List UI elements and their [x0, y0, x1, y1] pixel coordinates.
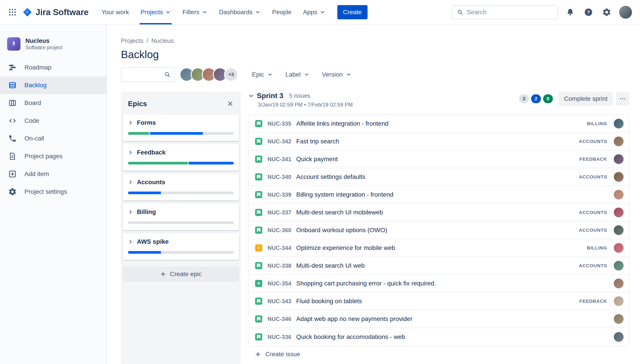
issue-summary: Adapt web app no new payments provider: [296, 316, 614, 322]
nav-projects[interactable]: Projects: [135, 0, 177, 24]
app-switcher-icon[interactable]: [5, 5, 20, 19]
issue-type-icon: !+: [255, 333, 262, 340]
global-search[interactable]: [452, 5, 558, 19]
project-settings-gear-icon: [8, 187, 17, 197]
breadcrumb-projects[interactable]: Projects: [121, 37, 143, 44]
issue-row[interactable]: !+ NUC-335 Affelite links integration - …: [249, 115, 629, 133]
epic-card[interactable]: Forms: [123, 114, 239, 141]
sidebar-item-code[interactable]: Code: [0, 112, 106, 130]
issue-summary: Shopping cart purchasing error - quick f…: [296, 280, 614, 287]
issue-row[interactable]: !+ NUC-339 Billing system integration - …: [249, 186, 629, 204]
create-issue-button[interactable]: Create issue: [248, 346, 629, 362]
issue-row[interactable]: !+ NUC-354 Shopping cart purchasing erro…: [249, 275, 629, 292]
issue-key: NUC-344: [268, 245, 291, 251]
sidebar-item-oncall[interactable]: On-call: [0, 130, 106, 148]
issue-row[interactable]: !+ NUC-338 Multi-dest search UI web ACCO…: [249, 257, 629, 275]
epics-panel-title: Epics: [128, 100, 147, 108]
issue-row[interactable]: !+ NUC-346 Adapt web app no new payments…: [249, 310, 629, 328]
sidebar-item-roadmap[interactable]: Roadmap: [0, 58, 106, 76]
epic-name: Feedback: [137, 149, 165, 156]
nav-apps[interactable]: Apps: [297, 0, 331, 24]
search-input[interactable]: [467, 9, 553, 16]
user-avatar[interactable]: [619, 6, 632, 19]
issue-row[interactable]: !+ NUC-344 Optimize experience for mobil…: [249, 239, 629, 257]
epic-card[interactable]: Feedback: [123, 144, 239, 171]
issue-row[interactable]: !+ NUC-360 Onboard workout options (OWO)…: [249, 222, 629, 239]
issue-type-icon: !+: [255, 226, 262, 234]
sprint-expander[interactable]: Sprint 3 5 issues: [248, 92, 353, 100]
issue-type-icon: !+: [255, 156, 262, 163]
issue-row[interactable]: !+ NUC-337 Multi-dest search UI mobilewe…: [249, 204, 629, 222]
issue-summary: Optimize experience for mobile web: [296, 244, 587, 252]
backlog-search-input[interactable]: [125, 71, 161, 78]
epic-progress-bar: [128, 162, 234, 164]
issue-key: NUC-340: [268, 174, 291, 180]
issue-row[interactable]: !+ NUC-341 Quick payment FEEDBACK: [249, 150, 629, 168]
filter-dropdown[interactable]: Version: [318, 68, 356, 82]
backlog-search[interactable]: [121, 67, 175, 82]
assignee-avatar-group: [183, 68, 227, 82]
project-name: Nucleus: [25, 37, 62, 44]
filter-bar: Epic Label Version: [248, 68, 356, 82]
epic-label: ACCOUNTS: [579, 139, 607, 144]
notifications-icon[interactable]: [564, 6, 576, 18]
epic-name: AWS spike: [137, 238, 169, 245]
create-epic-button[interactable]: Create epic: [123, 266, 239, 282]
main-content: Projects / Nucleus Backlog +3 Epic: [107, 25, 640, 364]
complete-sprint-button[interactable]: Complete sprint: [559, 92, 613, 106]
epic-card[interactable]: Billing: [123, 204, 239, 230]
issue-row[interactable]: !+ NUC-342 Fast trip search ACCOUNTS: [249, 133, 629, 150]
epic-card[interactable]: Accounts: [123, 174, 239, 200]
assignee-avatar[interactable]: [614, 172, 623, 182]
issue-row[interactable]: !+ NUC-343 Fluid booking on tablets FEED…: [249, 292, 629, 310]
chevron-right-icon: [128, 180, 133, 185]
nav-your-work[interactable]: Your work: [96, 0, 135, 24]
assignee-avatar[interactable]: [614, 208, 623, 217]
jira-brand[interactable]: Jira Software: [22, 7, 89, 17]
sidebar-item-add-item[interactable]: Add item: [0, 165, 106, 183]
breadcrumb-nucleus[interactable]: Nucleus: [151, 37, 174, 44]
nav-people[interactable]: People: [267, 0, 297, 24]
epic-card[interactable]: AWS spike: [123, 233, 239, 260]
epics-panel: Epics Forms: [121, 92, 241, 364]
epic-label: BILLING: [587, 245, 607, 250]
assignee-avatar[interactable]: [614, 190, 623, 200]
issue-summary: Billing system integration - frontend: [296, 191, 614, 198]
assignee-avatar[interactable]: [614, 332, 623, 342]
epic-label: ACCOUNTS: [579, 210, 607, 215]
assignee-avatar[interactable]: [614, 225, 623, 235]
assignee-avatar[interactable]: [614, 296, 623, 306]
sidebar-item-project-settings[interactable]: Project settings: [0, 183, 106, 201]
sidebar-item-board[interactable]: Board: [0, 94, 106, 112]
sidebar-item-project-pages[interactable]: Project pages: [0, 148, 106, 165]
assignee-avatar[interactable]: [614, 278, 623, 288]
nav-filters[interactable]: Filters: [177, 0, 213, 24]
more-icon[interactable]: [616, 92, 629, 106]
issue-key: NUC-337: [268, 209, 291, 216]
page-title: Backlog: [121, 48, 629, 60]
avatar-overflow-badge[interactable]: +3: [224, 68, 238, 82]
issue-row[interactable]: !+ NUC-336 Quick booking for accomodatio…: [249, 328, 629, 346]
assignee-avatar[interactable]: [614, 243, 623, 253]
filter-dropdown[interactable]: Label: [281, 68, 314, 82]
svg-text:?: ?: [587, 10, 590, 15]
issue-type-icon: !+: [255, 280, 262, 287]
chevron-right-icon: [128, 210, 133, 214]
assignee-avatar[interactable]: [614, 261, 623, 270]
assignee-avatar[interactable]: [614, 154, 623, 164]
help-icon[interactable]: ?: [583, 6, 594, 18]
sidebar-item-backlog[interactable]: Backlog: [0, 76, 106, 94]
nav-dashboards[interactable]: Dashboards: [213, 0, 267, 24]
create-button[interactable]: Create: [337, 5, 367, 19]
assignee-avatar[interactable]: [614, 119, 623, 128]
filter-dropdown[interactable]: Epic: [248, 68, 277, 82]
sprint-issue-count: 5 issues: [289, 92, 310, 99]
settings-icon[interactable]: [601, 6, 612, 18]
breadcrumb-separator: /: [146, 37, 148, 44]
epic-label: ACCOUNTS: [579, 263, 607, 268]
assignee-avatar[interactable]: [614, 136, 623, 146]
status-badge: 0: [543, 94, 553, 103]
close-icon[interactable]: [225, 98, 236, 109]
assignee-avatar[interactable]: [614, 314, 623, 324]
issue-row[interactable]: !+ NUC-340 Account settings defaults ACC…: [249, 168, 629, 186]
